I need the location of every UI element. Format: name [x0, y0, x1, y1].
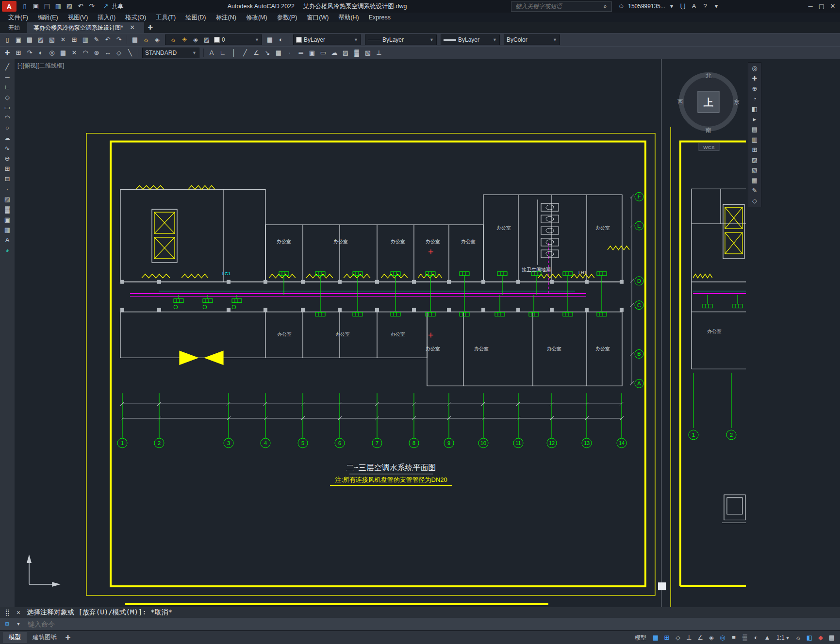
- boundary-icon[interactable]: ▭: [318, 48, 329, 58]
- help-menu-arrow-icon[interactable]: ▾: [711, 1, 722, 11]
- point-icon[interactable]: ∙: [2, 184, 13, 194]
- undo-icon[interactable]: ↶: [75, 1, 86, 11]
- layer-isolate-icon[interactable]: ◈: [152, 35, 163, 45]
- table-icon[interactable]: ▦: [273, 48, 284, 58]
- ellipse-icon[interactable]: ⊖: [2, 154, 13, 164]
- layer-off-icon[interactable]: ☼: [141, 35, 151, 45]
- grid-toggle-icon[interactable]: ▦: [650, 633, 661, 643]
- match-properties-icon[interactable]: ✎: [91, 35, 102, 45]
- record-icon[interactable]: ◆: [815, 633, 826, 643]
- create-block-icon[interactable]: ⊟: [2, 174, 13, 184]
- save-icon[interactable]: ▤: [24, 35, 35, 45]
- drawing-area[interactable]: 1234567891011121314FEDCBA12办公室办公室办公室办公室办…: [15, 59, 840, 607]
- xref-palette-icon[interactable]: ▧: [749, 165, 760, 175]
- blocks-palette-icon[interactable]: ⊞: [749, 145, 760, 155]
- menu-express[interactable]: Express: [364, 14, 395, 21]
- plot-icon[interactable]: ▨: [35, 35, 46, 45]
- layer-lock-icon[interactable]: ◈: [190, 35, 201, 45]
- menu-dimension[interactable]: 标注(N): [212, 13, 241, 22]
- layer-on-bulb-icon[interactable]: ☼: [168, 35, 179, 45]
- menu-file[interactable]: 文件(F): [4, 13, 33, 22]
- show-motion-icon[interactable]: ▸: [749, 115, 760, 124]
- revision-cloud-icon[interactable]: ☁: [2, 133, 13, 143]
- layer-combo[interactable]: ☼☀◈▨ 0 ▼: [165, 34, 262, 45]
- dim-linear-icon[interactable]: │: [229, 48, 239, 58]
- hatch-icon[interactable]: ▨: [340, 48, 351, 58]
- measure-tool-icon[interactable]: ◇: [749, 196, 760, 206]
- table-icon[interactable]: ▦: [2, 225, 13, 235]
- close-window-icon[interactable]: ✕: [827, 1, 838, 11]
- menu-parametric[interactable]: 参数(P): [273, 13, 302, 22]
- view-compass[interactable]: 上 北 南 西 东: [677, 72, 740, 133]
- maximize-window-icon[interactable]: ▢: [816, 1, 827, 11]
- infer-constraints-icon[interactable]: ◇: [673, 633, 683, 643]
- recent-commands-icon[interactable]: ⊞: [2, 619, 13, 629]
- menu-tools[interactable]: 工具(T): [151, 13, 180, 22]
- new-layout-icon[interactable]: ✚: [63, 633, 73, 643]
- menu-window[interactable]: 窗口(W): [302, 13, 333, 22]
- multiline-icon[interactable]: ═: [296, 48, 306, 58]
- polyline-icon[interactable]: ∟: [2, 83, 13, 92]
- layers-palette-icon[interactable]: ▥: [749, 135, 760, 145]
- drawing-canvas[interactable]: 1234567891011121314FEDCBA12办公室办公室办公室办公室办…: [15, 59, 840, 607]
- viewport-controls[interactable]: [-][俯视][二维线框]: [17, 62, 64, 70]
- command-input[interactable]: [27, 620, 232, 628]
- lineweight-toggle-icon[interactable]: ≡: [728, 633, 739, 643]
- paste-icon[interactable]: ▥: [80, 35, 91, 45]
- close-tab-icon[interactable]: ✕: [127, 23, 138, 33]
- user-avatar-icon[interactable]: ☺: [616, 1, 626, 11]
- text-style-combo[interactable]: STANDARD ▼: [142, 48, 199, 58]
- dim-style-icon[interactable]: ∟: [217, 48, 228, 58]
- linetype-combo[interactable]: ByLayer ▼: [365, 34, 437, 45]
- model-space-toggle-icon[interactable]: 模型: [631, 633, 650, 643]
- stretch-icon[interactable]: ↔: [102, 48, 113, 58]
- layer-previous-icon[interactable]: ◐: [276, 35, 286, 45]
- annotation-scale-icon[interactable]: 1:1 ▾: [773, 633, 792, 643]
- redo-icon[interactable]: ↷: [114, 35, 124, 45]
- offset-icon[interactable]: ◎: [47, 48, 57, 58]
- polar-toggle-icon[interactable]: ∠: [695, 633, 706, 643]
- autocad-logo-icon[interactable]: A: [2, 1, 16, 12]
- new-file-icon[interactable]: ▯: [19, 1, 30, 11]
- minimize-window-icon[interactable]: ─: [805, 1, 816, 11]
- menu-draw[interactable]: 绘图(D): [181, 13, 210, 22]
- pan-icon[interactable]: ✚: [749, 74, 760, 83]
- region-icon[interactable]: ▣: [2, 215, 13, 225]
- layer-properties-icon[interactable]: ▤: [130, 35, 140, 45]
- circle-icon[interactable]: ○: [2, 123, 13, 133]
- object-color-combo[interactable]: ByLayer ▼: [293, 34, 361, 45]
- osnap-toggle-icon[interactable]: ◎: [717, 633, 728, 643]
- revision-cloud-icon[interactable]: ☁: [329, 48, 340, 58]
- array-icon[interactable]: ▦: [58, 48, 68, 58]
- wcs-badge[interactable]: WCS: [699, 143, 719, 151]
- properties-palette-icon[interactable]: ▤: [749, 125, 760, 134]
- full-navigation-wheel-icon[interactable]: ◎: [749, 64, 760, 73]
- point-style-icon[interactable]: ∙: [284, 48, 295, 58]
- measure-icon[interactable]: ⊥: [374, 48, 384, 58]
- chamfer-icon[interactable]: ╲: [125, 48, 135, 58]
- new-file-icon[interactable]: ▯: [2, 35, 13, 45]
- help-icon[interactable]: ?: [700, 1, 710, 11]
- viewcube-home-icon[interactable]: ◧: [749, 104, 760, 114]
- save-icon[interactable]: ▤: [42, 1, 52, 11]
- annotation-visibility-icon[interactable]: ▲: [762, 633, 773, 643]
- mirror-icon[interactable]: ◐: [35, 48, 46, 58]
- gradient-icon[interactable]: ▓: [351, 48, 362, 58]
- search-input[interactable]: [514, 2, 600, 10]
- menu-edit[interactable]: 编辑(E): [33, 13, 63, 22]
- spline-icon[interactable]: ∿: [2, 144, 13, 153]
- menu-insert[interactable]: 插入(I): [93, 13, 120, 22]
- layer-thaw-sun-icon[interactable]: ☀: [179, 35, 190, 45]
- polygon-icon[interactable]: ◇: [2, 93, 13, 102]
- workspace-switch-icon[interactable]: ☼: [793, 633, 804, 643]
- layer-states-icon[interactable]: ▦: [264, 35, 275, 45]
- tool-palettes-icon[interactable]: ◕: [2, 246, 13, 255]
- menu-help[interactable]: 帮助(H): [334, 13, 363, 22]
- insert-block-icon[interactable]: ⊞: [2, 164, 13, 174]
- rectangle-icon[interactable]: ▭: [2, 103, 13, 113]
- trim-icon[interactable]: ✕: [69, 48, 80, 58]
- tab-model[interactable]: 模型: [3, 632, 27, 643]
- publish-icon[interactable]: ▧: [47, 35, 57, 45]
- customize-menu-icon[interactable]: ▤: [826, 633, 837, 643]
- user-menu-arrow-icon[interactable]: ▾: [666, 1, 677, 11]
